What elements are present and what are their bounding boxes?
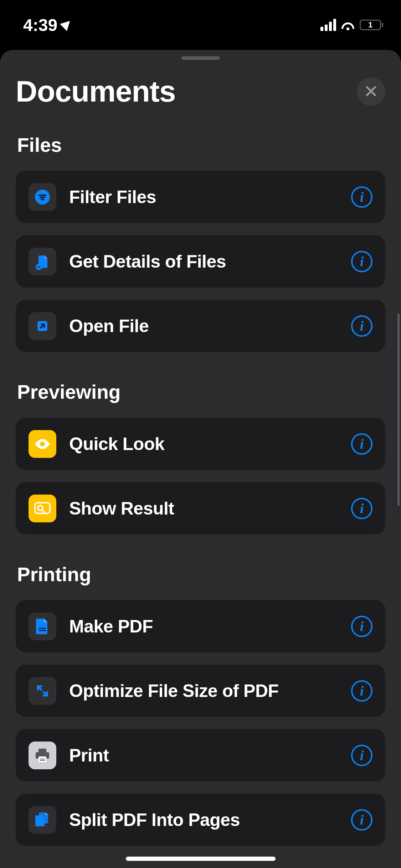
row-label: Open File [69,316,351,336]
info-button[interactable]: i [351,616,372,637]
location-icon [60,17,73,31]
row-label: Quick Look [69,434,351,454]
section-printing: Printing Make PDF i Optimize File Size o… [16,563,385,846]
make-pdf-icon [29,613,56,640]
section-title-previewing: Previewing [17,381,385,403]
row-label: Make PDF [69,616,351,637]
section-title-printing: Printing [17,563,385,586]
svg-rect-3 [41,199,44,200]
svg-point-7 [39,266,40,267]
section-files: Files Filter Files i Get Details of File… [16,134,385,352]
quick-look-icon [29,430,56,458]
wifi-icon [341,20,355,30]
action-open-file[interactable]: Open File i [16,300,385,352]
svg-rect-18 [40,759,45,759]
info-button[interactable]: i [351,745,372,766]
info-button[interactable]: i [351,186,372,208]
svg-rect-14 [39,630,46,631]
print-icon [29,742,56,769]
action-show-result[interactable]: Show Result i [16,482,385,534]
close-button[interactable]: ✕ [357,77,385,106]
info-icon: i [360,812,364,828]
status-left: 4:39 [23,15,72,35]
action-quick-look[interactable]: Quick Look i [16,418,385,470]
row-label: Show Result [69,498,351,519]
svg-point-5 [37,266,38,267]
show-result-icon [29,495,56,522]
section-title-files: Files [17,134,385,156]
info-icon: i [360,189,364,205]
info-icon: i [360,436,364,452]
optimize-pdf-icon [29,677,56,705]
action-optimize-file-size-pdf[interactable]: Optimize File Size of PDF i [16,665,385,717]
action-print[interactable]: Print i [16,729,385,781]
status-bar: 4:39 1 [0,0,401,50]
info-button[interactable]: i [351,498,372,519]
cellular-icon [320,19,336,31]
sheet: Documents ✕ Files Filter Files i Get Det… [0,50,401,868]
svg-rect-1 [38,195,46,196]
row-label: Optimize File Size of PDF [69,681,351,701]
info-button[interactable]: i [351,315,372,337]
svg-rect-15 [38,749,46,752]
info-icon: i [360,748,364,763]
svg-point-6 [38,266,39,267]
info-button[interactable]: i [351,251,372,272]
filter-icon [29,183,56,211]
file-details-icon [29,248,56,275]
row-label: Print [69,745,351,766]
info-button[interactable]: i [351,809,372,831]
svg-rect-2 [40,197,45,198]
info-button[interactable]: i [351,433,372,455]
scrollbar[interactable] [397,314,400,506]
status-right: 1 [320,19,383,31]
sheet-header: Documents ✕ [16,74,385,109]
row-label: Split PDF Into Pages [69,810,351,830]
info-icon: i [360,683,364,699]
svg-point-9 [40,441,45,446]
info-icon: i [360,254,364,269]
svg-rect-13 [39,628,46,629]
info-icon: i [360,318,364,334]
row-label: Filter Files [69,187,351,207]
section-previewing: Previewing Quick Look i Show Result i [16,381,385,534]
row-label: Get Details of Files [69,251,351,272]
sheet-grabber[interactable] [181,56,220,60]
status-time: 4:39 [23,15,57,35]
info-button[interactable]: i [351,680,372,702]
battery-text: 1 [361,21,380,29]
page-title: Documents [16,74,175,109]
home-indicator[interactable] [126,857,276,861]
open-file-icon [29,312,56,340]
info-icon: i [360,501,364,516]
svg-line-12 [42,510,45,512]
close-icon: ✕ [364,83,379,100]
split-pdf-icon [29,806,56,834]
action-make-pdf[interactable]: Make PDF i [16,600,385,652]
action-filter-files[interactable]: Filter Files i [16,171,385,223]
action-get-details-of-files[interactable]: Get Details of Files i [16,235,385,288]
action-split-pdf-into-pages[interactable]: Split PDF Into Pages i [16,794,385,846]
svg-rect-19 [40,760,45,761]
battery-icon: 1 [360,20,383,30]
info-icon: i [360,619,364,634]
